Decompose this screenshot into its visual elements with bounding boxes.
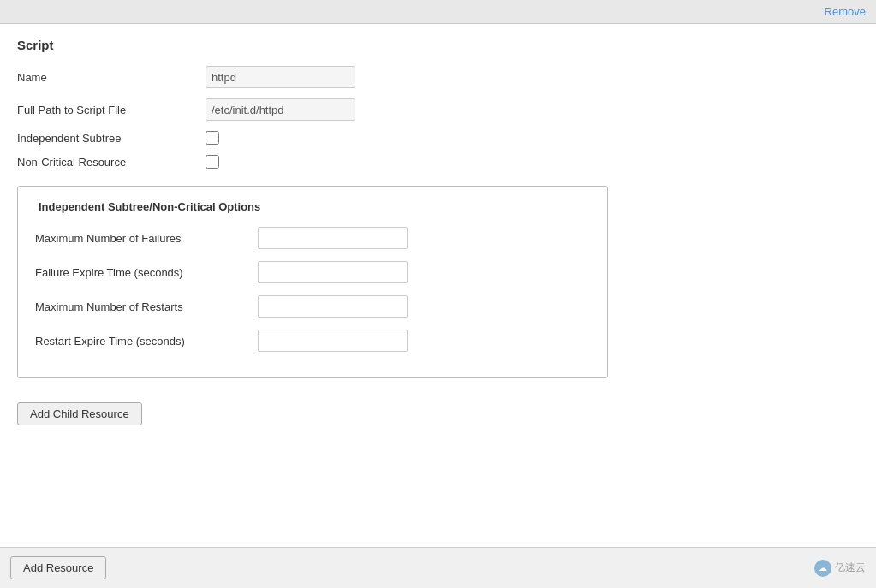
- max-restarts-row: Maximum Number of Restarts: [35, 295, 590, 318]
- max-failures-label: Maximum Number of Failures: [35, 232, 258, 245]
- non-critical-row: Non-Critical Resource: [17, 155, 859, 169]
- failure-expire-label: Failure Expire Time (seconds): [35, 266, 258, 279]
- max-failures-row: Maximum Number of Failures: [35, 227, 590, 249]
- top-bar: Remove: [0, 0, 876, 24]
- add-child-resource-button[interactable]: Add Child Resource: [17, 402, 142, 425]
- options-legend: Independent Subtree/Non-Critical Options: [35, 200, 590, 213]
- path-label: Full Path to Script File: [17, 104, 206, 116]
- bottom-bar: Add Resource ☁ 亿速云: [0, 547, 876, 588]
- add-resource-button[interactable]: Add Resource: [10, 556, 106, 579]
- main-content: Script Name Full Path to Script File Ind…: [0, 24, 876, 547]
- max-failures-input[interactable]: [258, 227, 408, 249]
- path-input[interactable]: [206, 98, 355, 121]
- non-critical-label: Non-Critical Resource: [17, 156, 206, 169]
- independent-subtree-row: Independent Subtree: [17, 131, 859, 145]
- restart-expire-label: Restart Expire Time (seconds): [35, 335, 258, 347]
- restart-expire-row: Restart Expire Time (seconds): [35, 330, 590, 352]
- name-label: Name: [17, 71, 206, 84]
- max-restarts-label: Maximum Number of Restarts: [35, 300, 258, 313]
- watermark: ☁ 亿速云: [814, 560, 866, 577]
- remove-link[interactable]: Remove: [825, 5, 866, 18]
- non-critical-checkbox[interactable]: [206, 155, 219, 169]
- max-restarts-input[interactable]: [258, 295, 408, 318]
- independent-subtree-label: Independent Subtree: [17, 132, 206, 145]
- path-row: Full Path to Script File: [17, 98, 859, 121]
- name-input[interactable]: [206, 66, 355, 88]
- restart-expire-input[interactable]: [258, 330, 408, 352]
- section-title: Script: [17, 38, 859, 52]
- failure-expire-row: Failure Expire Time (seconds): [35, 261, 590, 283]
- name-row: Name: [17, 66, 859, 88]
- options-fieldset: Independent Subtree/Non-Critical Options…: [17, 186, 608, 378]
- watermark-text: 亿速云: [835, 561, 866, 575]
- watermark-icon: ☁: [814, 560, 831, 577]
- failure-expire-input[interactable]: [258, 261, 408, 283]
- independent-subtree-checkbox[interactable]: [206, 131, 219, 145]
